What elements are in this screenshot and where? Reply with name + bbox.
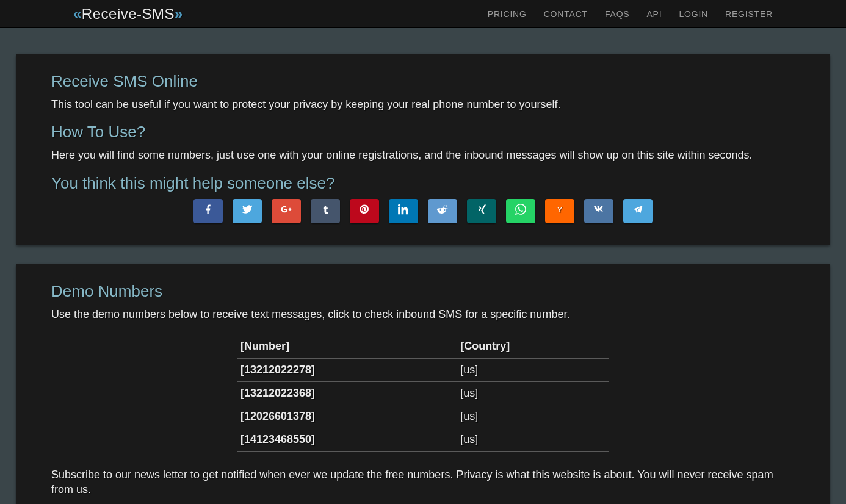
telegram-icon — [632, 204, 643, 218]
share-xing[interactable] — [467, 199, 496, 223]
heading-demo-numbers: Demo Numbers — [51, 282, 795, 301]
demo-intro-paragraph: Use the demo numbers below to receive te… — [51, 307, 795, 322]
nav-pricing[interactable]: PRICING — [488, 9, 527, 19]
site-logo[interactable]: « Receive-SMS » — [73, 5, 183, 23]
country-cell: [us] — [457, 358, 609, 382]
nav-api[interactable]: API — [646, 9, 662, 19]
googleplus-icon — [281, 204, 292, 218]
heading-how-to-use: How To Use? — [51, 123, 795, 142]
share-googleplus[interactable] — [272, 199, 301, 223]
share-hackernews[interactable]: Y — [545, 199, 574, 223]
number-cell[interactable]: [13212022368] — [237, 381, 457, 405]
share-vk[interactable] — [584, 199, 613, 223]
share-pinterest[interactable] — [350, 199, 379, 223]
share-twitter[interactable] — [233, 199, 262, 223]
share-telegram[interactable] — [623, 199, 653, 223]
number-cell[interactable]: [14123468550] — [237, 428, 457, 451]
country-cell: [us] — [457, 405, 609, 428]
reddit-icon — [437, 204, 448, 218]
number-cell[interactable]: [12026601378] — [237, 405, 457, 428]
country-cell: [us] — [457, 428, 609, 451]
country-cell: [us] — [457, 381, 609, 405]
facebook-icon — [203, 204, 214, 218]
nav-faqs[interactable]: FAQS — [605, 9, 630, 19]
twitter-icon — [242, 204, 253, 218]
hackernews-icon: Y — [554, 204, 565, 218]
pinterest-icon — [359, 204, 370, 218]
intro-paragraph-1: This tool can be useful if you want to p… — [51, 97, 795, 112]
table-row: [14123468550] [us] — [237, 428, 609, 451]
col-number: [Number] — [237, 335, 457, 358]
intro-paragraph-2: Here you will find some numbers, just us… — [51, 148, 795, 162]
demo-panel: Demo Numbers Use the demo numbers below … — [16, 264, 830, 504]
share-tumblr[interactable] — [311, 199, 340, 223]
table-row: [13212022278] [us] — [237, 358, 609, 382]
whatsapp-icon — [515, 204, 526, 218]
demo-numbers-table: [Number] [Country] [13212022278] [us] [1… — [237, 335, 609, 452]
logo-quote-close: » — [175, 5, 183, 23]
topbar: « Receive-SMS » PRICING CONTACT FAQS API… — [0, 0, 846, 28]
share-reddit[interactable] — [428, 199, 457, 223]
col-country: [Country] — [457, 335, 609, 358]
intro-panel: Receive SMS Online This tool can be usef… — [16, 54, 830, 245]
vk-icon — [593, 204, 604, 218]
nav-contact[interactable]: CONTACT — [544, 9, 588, 19]
heading-receive-sms: Receive SMS Online — [51, 72, 795, 91]
nav-login[interactable]: LOGIN — [679, 9, 708, 19]
share-facebook[interactable] — [193, 199, 223, 223]
svg-text:Y: Y — [557, 205, 562, 214]
xing-icon — [476, 204, 487, 218]
logo-text: Receive-SMS — [82, 5, 175, 23]
main-nav: PRICING CONTACT FAQS API LOGIN REGISTER — [488, 9, 773, 19]
table-row: [12026601378] [us] — [237, 405, 609, 428]
linkedin-icon — [398, 204, 409, 218]
share-whatsapp[interactable] — [506, 199, 535, 223]
heading-share: You think this might help someone else? — [51, 174, 795, 193]
share-row: Y — [51, 199, 795, 223]
demo-footer-paragraph: Subscribe to our news letter to get noti… — [51, 467, 795, 497]
tumblr-icon — [320, 204, 331, 218]
number-cell[interactable]: [13212022278] — [237, 358, 457, 382]
nav-register[interactable]: REGISTER — [725, 9, 773, 19]
share-linkedin[interactable] — [389, 199, 418, 223]
table-row: [13212022368] [us] — [237, 381, 609, 405]
logo-quote-open: « — [73, 5, 82, 23]
